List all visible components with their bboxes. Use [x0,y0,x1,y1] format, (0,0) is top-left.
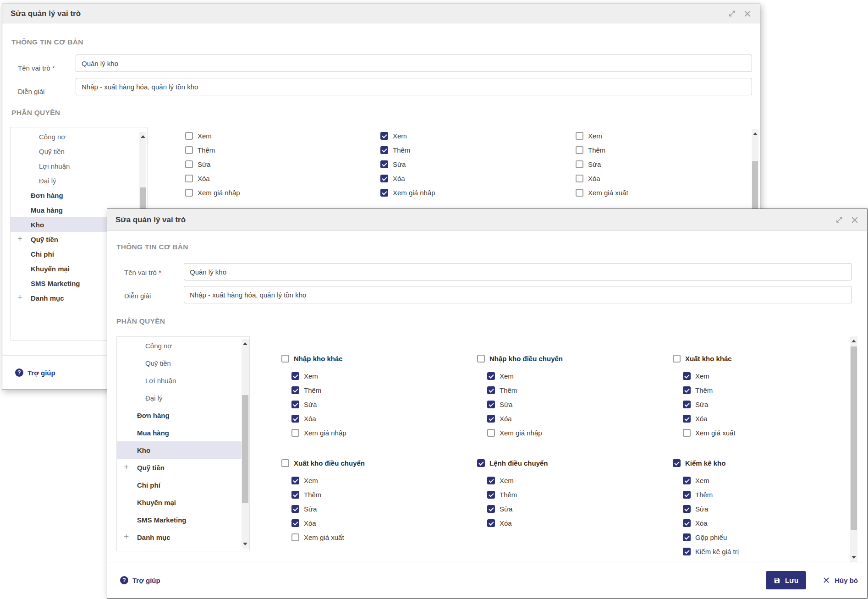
checkbox-checked[interactable] [291,401,299,408]
menu-item[interactable]: Lợi nhuận [11,159,147,173]
menu-item[interactable]: Đơn hàng [11,188,147,203]
cancel-button[interactable]: Hủy bỏ [820,576,861,585]
checkbox-checked[interactable] [477,459,485,467]
checkbox-checked[interactable] [380,189,388,197]
menu-scrollbar[interactable] [242,339,249,549]
description-input[interactable] [76,78,752,95]
role-name-input[interactable] [184,263,852,280]
menu-item[interactable]: +Quỹ tiền [117,459,249,476]
checkbox-unchecked[interactable] [185,175,193,182]
permission-item: Xem [291,473,477,488]
menu-item[interactable]: +Danh mục [117,528,249,546]
close-icon[interactable] [851,216,859,224]
checkbox-checked[interactable] [380,132,388,140]
checkbox-checked[interactable] [683,491,691,499]
menu-item[interactable]: Quỹ tiền [11,144,147,159]
close-icon[interactable] [743,10,752,18]
checkbox-checked[interactable] [291,386,299,394]
role-name-input[interactable] [76,55,752,72]
checkbox-checked[interactable] [683,372,691,380]
checkbox-checked[interactable] [291,519,299,527]
checkbox-checked[interactable] [487,372,495,380]
checkbox-checked[interactable] [291,415,299,423]
checkbox-checked[interactable] [487,415,495,423]
checkbox-checked[interactable] [487,491,495,499]
help-link[interactable]: ? Trợ giúp [120,576,160,584]
checkbox-checked[interactable] [683,386,691,394]
checkbox-unchecked[interactable] [185,146,193,154]
expand-plus-icon[interactable]: + [124,462,129,472]
checkbox-unchecked[interactable] [683,429,691,437]
menu-item[interactable]: Đơn hàng [117,407,249,424]
menu-item-label: Danh mục [31,294,64,302]
checkbox-unchecked[interactable] [576,175,583,182]
checkbox-unchecked[interactable] [281,459,289,467]
panel-scrollbar[interactable] [850,336,857,562]
checkbox-checked[interactable] [487,519,495,527]
checkbox-label: Sửa [304,505,317,513]
checkbox-checked[interactable] [291,505,299,513]
expand-plus-icon[interactable]: + [124,532,129,542]
checkbox-unchecked[interactable] [576,160,583,168]
checkbox-checked[interactable] [683,533,691,541]
checkbox-checked[interactable] [380,175,388,182]
expand-plus-icon[interactable]: + [17,234,22,244]
checkbox-checked[interactable] [380,146,388,154]
checkbox-checked[interactable] [683,519,691,527]
description-input[interactable] [184,286,852,303]
checkbox-checked[interactable] [487,386,495,394]
checkbox-checked[interactable] [487,505,495,513]
checkbox-unchecked[interactable] [673,355,681,363]
checkbox-unchecked[interactable] [185,160,193,168]
checkbox-unchecked[interactable] [576,132,583,140]
checkbox-unchecked[interactable] [185,132,193,140]
scroll-down-icon[interactable] [850,554,857,561]
scroll-up-icon[interactable] [850,337,857,345]
checkbox-unchecked[interactable] [477,355,485,363]
scroll-up-icon[interactable] [242,340,249,347]
checkbox-unchecked[interactable] [185,189,193,197]
checkbox-checked[interactable] [683,505,691,513]
menu-item[interactable]: Chi phí [117,476,249,494]
scroll-down-icon[interactable] [242,540,249,548]
checkbox-checked[interactable] [683,477,691,484]
checkbox-unchecked[interactable] [576,189,583,197]
menu-item[interactable]: Quỹ tiền [117,354,249,372]
checkbox-label: Xem giá xuất [304,533,344,541]
checkbox-unchecked[interactable] [291,533,299,541]
help-link[interactable]: ? Trợ giúp [15,368,55,377]
scrollbar-thumb[interactable] [242,395,248,503]
menu-item[interactable]: Khuyến mại [117,494,249,511]
menu-item-selected[interactable]: Kho [117,441,249,459]
checkbox-checked[interactable] [291,372,299,380]
checkbox-checked[interactable] [683,548,691,555]
checkbox-checked[interactable] [673,459,681,467]
checkbox-unchecked[interactable] [576,146,583,154]
menu-item[interactable]: Lợi nhuận [117,372,249,389]
checkbox-unchecked[interactable] [291,429,299,437]
save-button[interactable]: Lưu [766,571,806,589]
checkbox-checked[interactable] [291,477,299,484]
checkbox-checked[interactable] [380,160,388,168]
checkbox-unchecked[interactable] [487,429,495,437]
menu-item[interactable]: SMS Marketing [117,511,249,528]
scrollbar-thumb[interactable] [851,346,857,530]
checkbox-checked[interactable] [487,477,495,484]
checkbox-checked[interactable] [487,401,495,408]
menu-item[interactable]: Mua hàng [117,424,249,441]
expand-icon[interactable] [728,9,736,18]
required-asterisk: * [159,269,161,276]
expand-plus-icon[interactable]: + [17,292,22,302]
checkbox-checked[interactable] [683,401,691,408]
menu-item[interactable]: Đại lý [11,173,147,188]
checkbox-checked[interactable] [683,415,691,423]
scroll-up-icon[interactable] [752,130,758,137]
dialog-header: Sửa quản lý vai trò [2,4,760,23]
menu-item[interactable]: Đại lý [117,389,249,407]
menu-item[interactable]: Công nợ [117,337,249,354]
menu-item[interactable]: Công nợ [11,129,147,144]
expand-icon[interactable] [835,215,844,224]
checkbox-unchecked[interactable] [281,355,289,363]
scroll-up-icon[interactable] [139,133,146,140]
checkbox-checked[interactable] [291,491,299,499]
